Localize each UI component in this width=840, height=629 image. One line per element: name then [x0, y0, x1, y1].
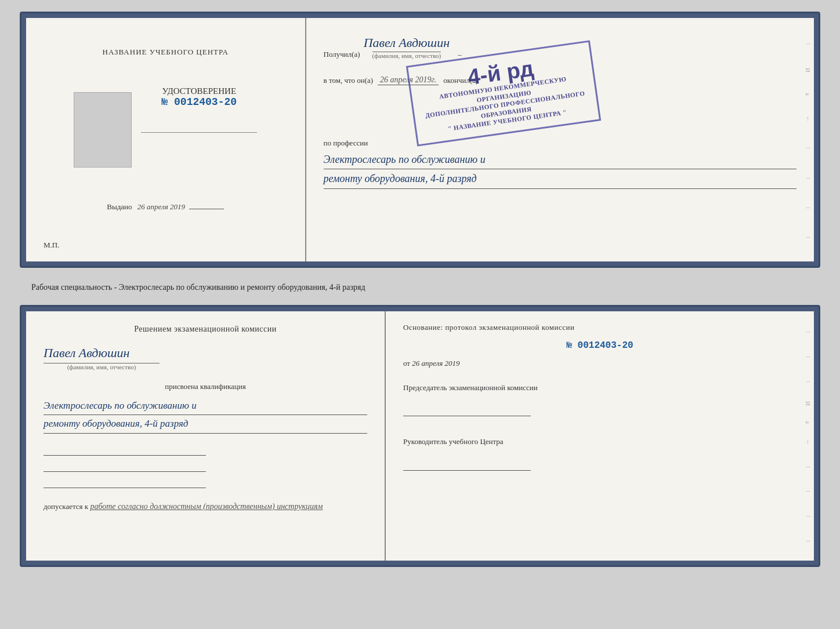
qualification-block: Электрослесарь по обслуживанию и ремонту…	[44, 397, 367, 434]
head-label: Руководитель учебного Центра	[403, 436, 796, 448]
qual-line1: Электрослесарь по обслуживанию и	[44, 397, 367, 416]
side-marks: – И а ← – – – –	[801, 18, 814, 261]
profession-block: по профессии Электрослесарь по обслужива…	[324, 139, 796, 189]
bottom-left-page: Решением экзаменационной комиссии Павел …	[26, 311, 386, 561]
top-document: НАЗВАНИЕ УЧЕБНОГО ЦЕНТРА УДОСТОВЕРЕНИЕ №…	[20, 12, 820, 268]
chairman-label: Председатель экзаменационной комиссии	[403, 382, 796, 394]
from-date: 26 апреля 2019	[412, 359, 459, 368]
sig-line-1	[44, 443, 206, 456]
signature-lines	[44, 443, 367, 488]
right-side-marks: – – – И а ← – – – –	[801, 311, 814, 561]
profession-line1: Электрослесарь по обслуживанию и	[324, 150, 796, 169]
person-name-block: Павел Авдюшин (фамилия, имя, отчество)	[44, 346, 367, 370]
mp-label: М.П.	[44, 241, 59, 250]
issued-date: 26 апреля 2019	[137, 202, 185, 211]
photo-placeholder	[74, 92, 132, 168]
school-name-top: НАЗВАНИЕ УЧЕБНОГО ЦЕНТРА	[103, 47, 229, 57]
recipient-name-block: Павел Авдюшин (фамилия, имя, отчество)	[364, 35, 450, 59]
osnovanie-text: Основание: протокол экзаменационной коми…	[403, 323, 796, 332]
protocol-num: № 0012403-20	[403, 340, 796, 351]
person-sublabel: (фамилия, имя, отчество)	[44, 363, 160, 370]
bottom-right-page: Основание: протокол экзаменационной коми…	[386, 311, 814, 561]
sig-line-2	[44, 459, 206, 472]
qual-line2: ремонту оборудования, 4-й разряд	[44, 415, 367, 434]
from-date-line: от 26 апреля 2019	[403, 359, 796, 368]
profession-line2: ремонту оборудования, 4-й разряд	[324, 169, 796, 188]
cert-number: № 0012403-20	[161, 96, 237, 108]
bottom-document: Решением экзаменационной комиссии Павел …	[20, 305, 820, 567]
top-left-page: НАЗВАНИЕ УЧЕБНОГО ЦЕНТРА УДОСТОВЕРЕНИЕ №…	[26, 18, 306, 261]
допускается-text: работе согласно должностным (производств…	[90, 502, 323, 511]
допускается-line: допускается к работе согласно должностны…	[44, 502, 367, 511]
separator-text: Рабочая специальность - Электрослесарь п…	[20, 277, 820, 296]
qualification-label: присвоена квалификация	[44, 382, 367, 391]
recipient-sublabel: (фамилия, имя, отчество)	[372, 52, 441, 59]
issued-line: Выдано 26 апреля 2019	[107, 202, 224, 212]
chairman-sig-line	[403, 403, 531, 416]
commission-title: Решением экзаменационной комиссии	[44, 323, 367, 335]
cert-label: УДОСТОВЕРЕНИЕ № 0012403-20	[161, 86, 237, 108]
recipient-name: Павел Авдюшин	[364, 35, 450, 50]
person-name: Павел Авдюшин	[44, 346, 129, 361]
top-right-page: Получил(а) Павел Авдюшин (фамилия, имя, …	[306, 18, 814, 261]
head-sig-line	[403, 458, 531, 471]
sig-line-3	[44, 475, 206, 488]
